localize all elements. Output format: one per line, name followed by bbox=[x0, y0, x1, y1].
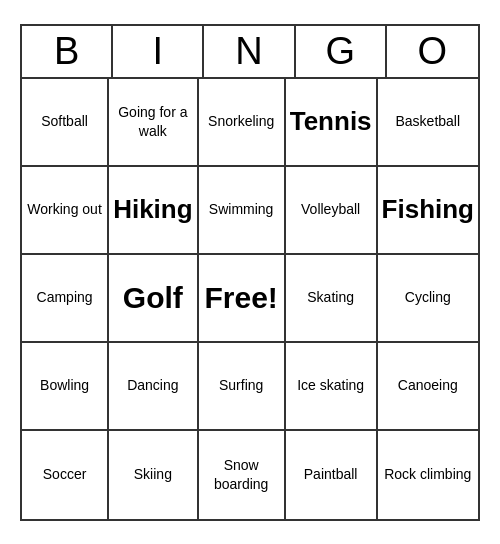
bingo-cell-10: Camping bbox=[22, 255, 109, 343]
cell-text: Rock climbing bbox=[384, 465, 471, 483]
bingo-cell-22: Snow boarding bbox=[199, 431, 286, 519]
cell-text: Skating bbox=[307, 288, 354, 306]
header-letter-b: B bbox=[22, 26, 113, 77]
header-letter-g: G bbox=[296, 26, 387, 77]
cell-text: Dancing bbox=[127, 376, 178, 394]
bingo-cell-14: Cycling bbox=[378, 255, 478, 343]
cell-text: Snorkeling bbox=[208, 112, 274, 130]
bingo-cell-5: Working out bbox=[22, 167, 109, 255]
cell-text: Ice skating bbox=[297, 376, 364, 394]
bingo-cell-23: Paintball bbox=[286, 431, 378, 519]
bingo-cell-24: Rock climbing bbox=[378, 431, 478, 519]
bingo-cell-9: Fishing bbox=[378, 167, 478, 255]
bingo-cell-2: Snorkeling bbox=[199, 79, 286, 167]
bingo-cell-1: Going for a walk bbox=[109, 79, 198, 167]
bingo-cell-17: Surfing bbox=[199, 343, 286, 431]
header-letter-i: I bbox=[113, 26, 204, 77]
bingo-grid: SoftballGoing for a walkSnorkelingTennis… bbox=[22, 79, 478, 519]
cell-text: Basketball bbox=[395, 112, 460, 130]
bingo-cell-13: Skating bbox=[286, 255, 378, 343]
cell-text: Working out bbox=[27, 200, 101, 218]
cell-text: Skiing bbox=[134, 465, 172, 483]
bingo-cell-21: Skiing bbox=[109, 431, 198, 519]
cell-text: Going for a walk bbox=[113, 103, 192, 139]
cell-text: Paintball bbox=[304, 465, 358, 483]
bingo-header: BINGO bbox=[22, 26, 478, 79]
cell-text: Snow boarding bbox=[203, 456, 280, 492]
cell-text: Golf bbox=[123, 278, 183, 317]
cell-text: Camping bbox=[37, 288, 93, 306]
bingo-cell-0: Softball bbox=[22, 79, 109, 167]
bingo-card: BINGO SoftballGoing for a walkSnorkeling… bbox=[20, 24, 480, 521]
cell-text: Tennis bbox=[290, 105, 372, 139]
cell-text: Surfing bbox=[219, 376, 263, 394]
cell-text: Canoeing bbox=[398, 376, 458, 394]
cell-text: Swimming bbox=[209, 200, 274, 218]
bingo-cell-4: Basketball bbox=[378, 79, 478, 167]
header-letter-n: N bbox=[204, 26, 295, 77]
cell-text: Hiking bbox=[113, 193, 192, 227]
bingo-cell-6: Hiking bbox=[109, 167, 198, 255]
bingo-cell-20: Soccer bbox=[22, 431, 109, 519]
cell-text: Soccer bbox=[43, 465, 87, 483]
bingo-cell-19: Canoeing bbox=[378, 343, 478, 431]
bingo-cell-7: Swimming bbox=[199, 167, 286, 255]
bingo-cell-12: Free! bbox=[199, 255, 286, 343]
cell-text: Softball bbox=[41, 112, 88, 130]
bingo-cell-11: Golf bbox=[109, 255, 198, 343]
bingo-cell-18: Ice skating bbox=[286, 343, 378, 431]
bingo-cell-15: Bowling bbox=[22, 343, 109, 431]
cell-text: Volleyball bbox=[301, 200, 360, 218]
cell-text: Cycling bbox=[405, 288, 451, 306]
bingo-cell-8: Volleyball bbox=[286, 167, 378, 255]
bingo-cell-3: Tennis bbox=[286, 79, 378, 167]
header-letter-o: O bbox=[387, 26, 478, 77]
cell-text: Free! bbox=[204, 278, 277, 317]
cell-text: Fishing bbox=[382, 193, 474, 227]
bingo-cell-16: Dancing bbox=[109, 343, 198, 431]
cell-text: Bowling bbox=[40, 376, 89, 394]
